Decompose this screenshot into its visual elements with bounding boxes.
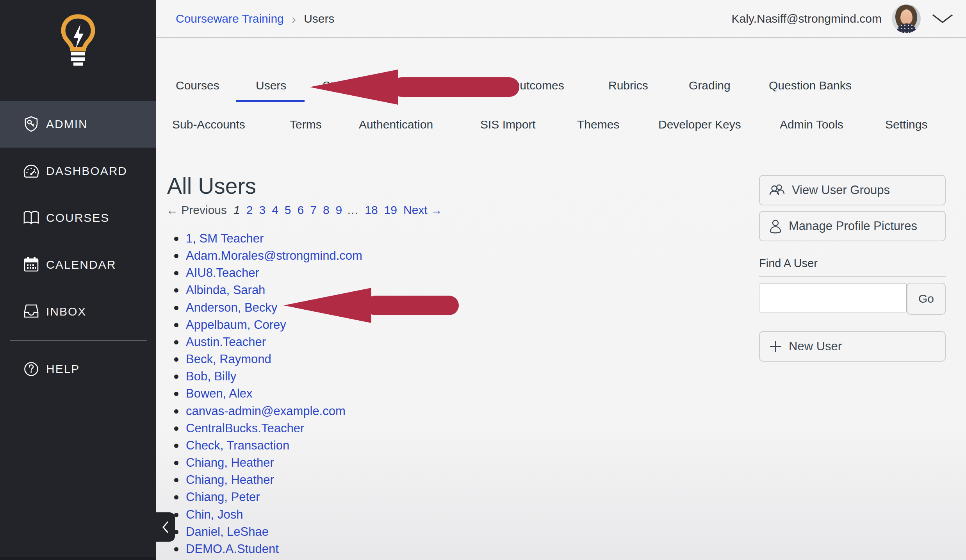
shield-key-icon bbox=[22, 115, 41, 134]
breadcrumb-link-account[interactable]: Courseware Training bbox=[176, 12, 284, 25]
tab-grading[interactable]: Grading bbox=[689, 79, 731, 92]
list-item: CentralBucks.Teacher bbox=[167, 420, 519, 437]
tab-settings[interactable]: Settings bbox=[885, 118, 927, 131]
user-link[interactable]: canvas-admin@example.com bbox=[186, 404, 346, 418]
tab-admin-tools[interactable]: Admin Tools bbox=[780, 118, 843, 131]
sidebar-divider bbox=[10, 340, 147, 341]
user-link[interactable]: Chin, Josh bbox=[186, 508, 243, 521]
list-item: Chiang, Peter bbox=[167, 489, 519, 506]
tab-sub-accounts[interactable]: Sub-Accounts bbox=[172, 118, 245, 131]
open-book-icon bbox=[22, 209, 41, 227]
list-item: Adam.Morales@strongmind.com bbox=[167, 247, 519, 264]
pagination-page-link[interactable]: 18 bbox=[365, 202, 378, 218]
view-user-groups-button[interactable]: View User Groups bbox=[759, 175, 946, 205]
pagination-page-link[interactable]: 4 bbox=[272, 202, 278, 218]
pagination-page-link[interactable]: 8 bbox=[323, 202, 330, 218]
list-item: Check, Transaction bbox=[167, 437, 519, 454]
active-tab-underline bbox=[236, 100, 305, 102]
pagination-page-link[interactable]: 3 bbox=[259, 202, 266, 218]
user-link[interactable]: Daniel, LeShae bbox=[186, 525, 269, 539]
sidebar-nav: ADMIN DASHBOARD bbox=[0, 101, 156, 335]
page-title: All Users bbox=[167, 173, 256, 199]
pagination-page-link[interactable]: 9 bbox=[336, 202, 342, 218]
inbox-tray-icon bbox=[22, 302, 41, 321]
calendar-icon bbox=[22, 255, 41, 274]
list-item: AIU8.Teacher bbox=[167, 264, 519, 282]
speedometer-icon bbox=[22, 162, 41, 180]
go-button[interactable]: Go bbox=[907, 283, 946, 315]
sidebar-collapse-button[interactable] bbox=[156, 512, 175, 542]
pagination-page-link[interactable]: 6 bbox=[298, 202, 304, 218]
breadcrumb-current: Users bbox=[304, 12, 334, 25]
chevron-left-icon bbox=[162, 521, 169, 534]
chevron-down-icon[interactable] bbox=[932, 14, 954, 24]
user-link[interactable]: CentralBucks.Teacher bbox=[186, 421, 304, 435]
strongmind-lightbulb-logo[interactable] bbox=[59, 14, 97, 66]
sidebar-item-help[interactable]: HELP bbox=[0, 346, 156, 392]
list-item: Albinda, Sarah bbox=[167, 282, 519, 299]
tab-authentication[interactable]: Authentication bbox=[359, 118, 433, 131]
breadcrumb-chevron-icon: › bbox=[292, 13, 296, 25]
tab-users[interactable]: Users bbox=[256, 79, 286, 92]
find-a-user-divider bbox=[759, 276, 946, 277]
tab-terms[interactable]: Terms bbox=[290, 118, 322, 131]
sidebar-item-label: INBOX bbox=[46, 305, 86, 318]
sidebar-item-admin[interactable]: ADMIN bbox=[0, 101, 156, 148]
user-link[interactable]: Bob, Billy bbox=[186, 369, 236, 383]
tab-developer-keys[interactable]: Developer Keys bbox=[658, 118, 741, 131]
tab-outcomes[interactable]: Outcomes bbox=[511, 79, 564, 92]
user-link[interactable]: Chiang, Peter bbox=[186, 490, 260, 504]
user-link[interactable]: Chiang, Heather bbox=[186, 473, 274, 487]
sidebar-item-label: COURSES bbox=[46, 211, 109, 225]
list-item: Chiang, Heather bbox=[167, 454, 519, 471]
help-circle-icon bbox=[22, 360, 41, 378]
user-icon bbox=[768, 218, 782, 234]
user-avatar[interactable] bbox=[892, 4, 921, 33]
pagination-page-link[interactable]: 2 bbox=[246, 202, 253, 218]
user-link[interactable]: Austin.Teacher bbox=[186, 335, 266, 349]
view-user-groups-label: View User Groups bbox=[792, 183, 890, 197]
pagination-next[interactable]: Next → bbox=[403, 202, 442, 218]
user-link[interactable]: DEMO.A.Student bbox=[186, 542, 279, 556]
user-link[interactable]: Anderson, Becky bbox=[186, 301, 277, 314]
sidebar-item-label: CALENDAR bbox=[46, 258, 116, 271]
sidebar-nav-secondary: HELP bbox=[0, 346, 156, 392]
user-link[interactable]: Bowen, Alex bbox=[186, 387, 253, 400]
find-user-input[interactable] bbox=[759, 284, 907, 312]
sidebar-bottom-strip bbox=[0, 557, 156, 560]
user-link[interactable]: 1, SM Teacher bbox=[186, 232, 264, 245]
user-link[interactable]: Beck, Raymond bbox=[186, 352, 271, 366]
pagination-page-link[interactable]: 19 bbox=[384, 202, 397, 218]
user-link[interactable]: Appelbaum, Corey bbox=[186, 318, 286, 332]
tab-themes[interactable]: Themes bbox=[577, 118, 619, 131]
pagination-current-page: 1 bbox=[233, 202, 240, 218]
sidebar-item-label: HELP bbox=[46, 362, 80, 376]
tab-sis-import[interactable]: SIS Import bbox=[480, 118, 536, 131]
sidebar-item-calendar[interactable]: CALENDAR bbox=[0, 241, 156, 288]
user-link[interactable]: Adam.Morales@strongmind.com bbox=[186, 249, 362, 262]
tab-rubrics[interactable]: Rubrics bbox=[608, 79, 648, 92]
sidebar-item-courses[interactable]: COURSES bbox=[0, 194, 156, 241]
sidebar-item-label: DASHBOARD bbox=[46, 164, 127, 178]
user-menu: Kaly.Nasiff@strongmind.com bbox=[732, 4, 954, 33]
list-item: 1, SM Teacher bbox=[167, 230, 519, 247]
manage-profile-pictures-button[interactable]: Manage Profile Pictures bbox=[759, 211, 946, 241]
user-link[interactable]: Albinda, Sarah bbox=[186, 283, 265, 297]
account-nav-row2: Sub-Accounts Terms Authentication SIS Im… bbox=[156, 105, 966, 148]
find-a-user-label: Find A User bbox=[759, 257, 946, 270]
new-user-button[interactable]: New User bbox=[759, 331, 946, 362]
list-item: canvas-admin@example.com bbox=[167, 403, 519, 420]
tab-statistics[interactable]: Statistics bbox=[323, 79, 335, 92]
pagination-page-link[interactable]: 7 bbox=[310, 202, 317, 218]
list-item: Beck, Raymond bbox=[167, 351, 519, 368]
user-link[interactable]: Check, Transaction bbox=[186, 439, 289, 452]
sidebar-item-dashboard[interactable]: DASHBOARD bbox=[0, 148, 156, 194]
sidebar-item-inbox[interactable]: INBOX bbox=[0, 288, 156, 335]
tab-question-banks[interactable]: Question Banks bbox=[769, 79, 852, 92]
user-link[interactable]: AIU8.Teacher bbox=[186, 266, 259, 280]
pagination-page-link[interactable]: 5 bbox=[285, 202, 291, 218]
list-item: DEMO.A.Student bbox=[167, 540, 519, 558]
user-link[interactable]: Chiang, Heather bbox=[186, 456, 274, 469]
plus-icon bbox=[768, 339, 782, 353]
tab-courses[interactable]: Courses bbox=[176, 79, 219, 92]
